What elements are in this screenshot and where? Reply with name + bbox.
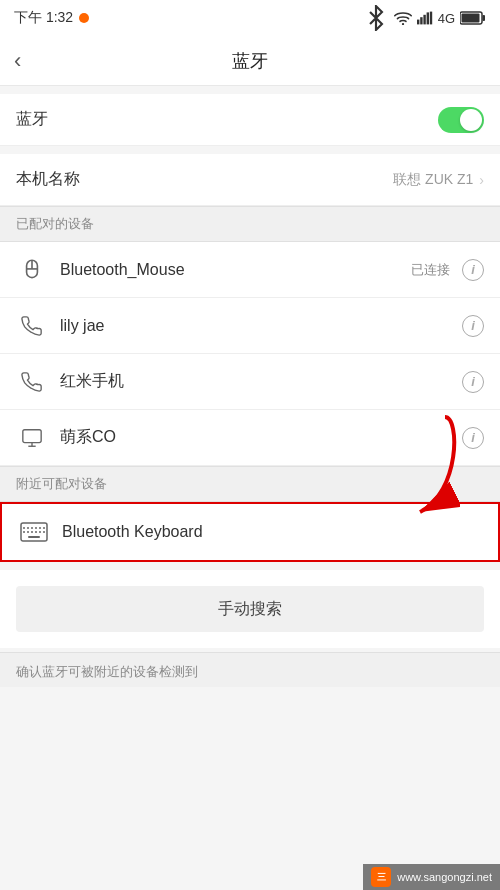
device-row[interactable]: 红米手机 i <box>0 354 500 410</box>
mouse-icon <box>16 254 48 286</box>
svg-point-0 <box>402 23 404 25</box>
page-title: 蓝牙 <box>232 49 268 73</box>
device-name-row[interactable]: 本机名称 联想 ZUK Z1 › <box>0 154 500 206</box>
svg-rect-28 <box>28 536 40 538</box>
paired-devices-list: Bluetooth_Mouse 已连接 i lily jae i 红米手机 i <box>0 242 500 466</box>
nearby-section-header: 附近可配对设备 <box>0 466 500 502</box>
svg-rect-8 <box>462 14 480 23</box>
status-icons: 4G <box>363 5 486 31</box>
svg-rect-12 <box>23 429 41 442</box>
wifi-status-icon <box>394 11 412 25</box>
device-name-bluetooth-mouse: Bluetooth_Mouse <box>60 261 399 279</box>
device-name-value: 联想 ZUK Z1 <box>393 171 473 189</box>
search-button-wrap: 手动搜索 <box>0 570 500 648</box>
toolbar: ‹ 蓝牙 <box>0 36 500 86</box>
status-orange-dot <box>79 13 89 23</box>
device-row[interactable]: Bluetooth_Mouse 已连接 i <box>0 242 500 298</box>
manual-search-button[interactable]: 手动搜索 <box>16 586 484 632</box>
phone-icon-redmi <box>16 366 48 398</box>
device-name-lily-jae: lily jae <box>60 317 438 335</box>
device-status-connected: 已连接 <box>411 261 450 279</box>
keyboard-device-row[interactable]: Bluetooth Keyboard <box>0 502 500 562</box>
toggle-knob <box>460 109 482 131</box>
svg-rect-1 <box>417 20 419 25</box>
info-button-mengxi[interactable]: i <box>462 427 484 449</box>
watermark-logo: 三 <box>371 867 391 887</box>
info-button-lily[interactable]: i <box>462 315 484 337</box>
info-button-mouse[interactable]: i <box>462 259 484 281</box>
svg-rect-2 <box>420 17 422 24</box>
device-name-label: 本机名称 <box>16 169 80 190</box>
phone-icon-lily <box>16 310 48 342</box>
bluetooth-status-icon <box>363 5 389 31</box>
status-time: 下午 1:32 <box>14 9 73 27</box>
nearby-devices-list: Bluetooth Keyboard <box>0 502 500 562</box>
device-row[interactable]: lily jae i <box>0 298 500 354</box>
bluetooth-label: 蓝牙 <box>16 109 48 130</box>
paired-section-header: 已配对的设备 <box>0 206 500 242</box>
network-type: 4G <box>438 11 455 26</box>
device-name-redmi: 红米手机 <box>60 371 438 392</box>
signal-status-icon <box>417 11 433 25</box>
back-button[interactable]: ‹ <box>14 48 21 74</box>
svg-rect-7 <box>483 15 486 21</box>
watermark: 三 www.sangongzi.net <box>363 864 500 890</box>
watermark-logo-text: 三 <box>377 871 386 884</box>
bottom-desc-text: 确认蓝牙可被附近的设备检测到 <box>16 664 198 679</box>
bluetooth-toggle-row: 蓝牙 <box>0 94 500 146</box>
status-bar: 下午 1:32 4G <box>0 0 500 36</box>
bottom-description: 确认蓝牙可被附近的设备检测到 <box>0 652 500 687</box>
device-name-chevron: › <box>479 172 484 188</box>
svg-rect-4 <box>426 12 428 24</box>
battery-status-icon <box>460 11 486 25</box>
device-name-mengxi: 萌系CO <box>60 427 438 448</box>
keyboard-icon <box>18 516 50 548</box>
svg-rect-5 <box>429 12 431 25</box>
device-row[interactable]: 萌系CO i <box>0 410 500 466</box>
monitor-icon <box>16 422 48 454</box>
bluetooth-toggle[interactable] <box>438 107 484 133</box>
watermark-site: www.sangongzi.net <box>397 871 492 883</box>
device-name-bluetooth-keyboard: Bluetooth Keyboard <box>62 523 482 541</box>
info-button-redmi[interactable]: i <box>462 371 484 393</box>
svg-rect-3 <box>423 15 425 25</box>
